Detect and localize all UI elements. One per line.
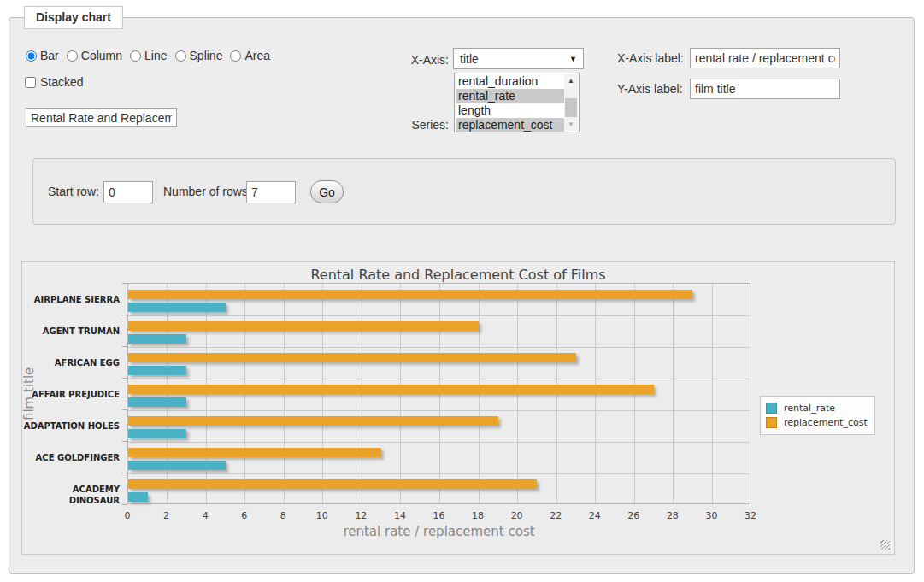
chart-type-label: Spline — [190, 49, 223, 62]
x-tick-label: 20 — [504, 510, 530, 521]
scrollbar-up-arrow-icon[interactable]: ▲ — [564, 74, 578, 87]
x-tick-label: 6 — [232, 510, 257, 521]
bar-replacement_cost — [128, 479, 537, 489]
chart-type-option-spline[interactable]: Spline — [175, 49, 223, 62]
x-tick-label: 16 — [427, 510, 452, 521]
x-axis-select-label: X-Axis: — [380, 53, 449, 67]
category-label: AGENT TRUMAN — [22, 326, 120, 337]
y-axis-label-label: Y-Axis label: — [617, 82, 683, 96]
chart-type-radio-spline[interactable] — [175, 50, 186, 62]
chart-type-option-column[interactable]: Column — [67, 49, 122, 62]
chart-type-label: Area — [244, 49, 270, 62]
chart-type-radio-column[interactable] — [67, 50, 78, 62]
chart-title-input[interactable] — [26, 108, 177, 127]
chart-type-radio-group: BarColumnLineSplineArea — [26, 49, 278, 62]
scrollbar-thumb[interactable] — [565, 98, 577, 117]
chart-type-label: Column — [81, 49, 122, 62]
scrollbar-down-arrow-icon[interactable]: ▼ — [564, 118, 578, 131]
series-options: rental_durationrental_ratelengthreplacem… — [456, 74, 564, 132]
bar-rental_rate — [128, 461, 226, 470]
x-axis-select-value: title — [460, 52, 479, 66]
x-tick-label: 24 — [582, 510, 608, 521]
legend-item-rental_rate: rental_rate — [766, 401, 868, 415]
y-axis-label-input[interactable] — [690, 79, 840, 99]
series-option-rental_rate[interactable]: rental_rate — [456, 89, 564, 103]
y-axis-tick — [122, 473, 127, 473]
x-tick-label: 30 — [698, 510, 724, 521]
series-option-rental_duration[interactable]: rental_duration — [456, 74, 564, 89]
category-label: ACE GOLDFINGER — [22, 452, 120, 463]
chart-type-radio-area[interactable] — [230, 50, 241, 62]
bar-replacement_cost — [128, 448, 381, 457]
fieldset-legend: Display chart — [24, 6, 123, 29]
x-tick-label: 14 — [387, 510, 413, 521]
chart-resize-handle-icon[interactable] — [880, 540, 890, 550]
legend-swatch — [766, 403, 777, 414]
bar-rental_rate — [128, 366, 186, 375]
series-option-replacement_cost[interactable]: replacement_cost — [456, 118, 564, 132]
x-tick-label: 2 — [154, 510, 180, 521]
category-label: AIRPLANE SIERRA — [22, 294, 120, 305]
gridline — [128, 410, 750, 411]
page: Display chart BarColumnLineSplineArea St… — [0, 0, 924, 582]
bar-replacement_cost — [128, 416, 498, 426]
chart-type-radio-line[interactable] — [130, 50, 141, 62]
x-axis-select[interactable]: title ▼ — [453, 48, 584, 69]
chart-type-radio-bar[interactable] — [26, 50, 37, 62]
series-listbox[interactable]: rental_durationrental_ratelengthreplacem… — [454, 73, 580, 132]
bar-rental_rate — [128, 303, 226, 312]
x-tick-label: 12 — [348, 510, 374, 521]
x-axis-label-label: X-Axis label: — [617, 51, 684, 65]
number-of-rows-input[interactable] — [246, 181, 296, 203]
y-axis-tick — [122, 378, 127, 379]
y-axis-tick — [122, 346, 127, 347]
category-label: ACADEMY DINOSAUR — [22, 484, 120, 506]
y-axis-tick — [122, 409, 127, 410]
chart: Rental Rate and Replacement Cost of Film… — [21, 261, 895, 555]
gridline — [128, 379, 750, 379]
select-dropdown-arrow-icon: ▼ — [569, 55, 577, 63]
y-axis-tick — [122, 504, 127, 505]
stacked-checkbox[interactable] — [25, 77, 36, 88]
gridline — [128, 347, 750, 348]
bar-rental_rate — [128, 429, 186, 438]
chart-type-label: Bar — [40, 49, 59, 62]
chart-legend: rental_ratereplacement_cost — [760, 396, 875, 435]
x-tick-label: 26 — [621, 510, 646, 521]
category-label: AFRICAN EGG — [22, 357, 120, 368]
stacked-label: Stacked — [40, 75, 84, 89]
category-label: AFFAIR PREJUDICE — [22, 389, 120, 400]
chart-type-option-area[interactable]: Area — [230, 49, 270, 62]
bar-replacement_cost — [128, 385, 654, 394]
x-tick-label: 18 — [465, 510, 491, 521]
chart-type-option-line[interactable]: Line — [130, 49, 167, 62]
gridline — [673, 284, 674, 503]
x-tick-label: 28 — [660, 510, 686, 521]
x-tick-label: 0 — [115, 510, 140, 521]
gridline — [128, 473, 750, 474]
start-row-input[interactable] — [103, 181, 153, 203]
bar-replacement_cost — [128, 353, 576, 362]
x-tick-label: 22 — [543, 510, 568, 521]
chart-type-option-bar[interactable]: Bar — [26, 49, 59, 62]
legend-label: rental_rate — [784, 403, 835, 414]
rows-panel: Start row: Number of rows: Go — [32, 158, 896, 225]
chart-title: Rental Rate and Replacement Cost of Film… — [22, 267, 894, 283]
chart-x-axis-label: rental rate / replacement cost — [127, 524, 750, 539]
y-axis-tick — [122, 283, 127, 284]
gridline — [128, 315, 750, 316]
stacked-checkbox-row[interactable]: Stacked — [25, 75, 84, 89]
legend-label: replacement_cost — [784, 417, 868, 428]
x-tick-label: 8 — [270, 510, 296, 521]
bar-rental_rate — [128, 492, 148, 502]
series-select-label: Series: — [380, 118, 449, 132]
x-axis-label-input[interactable] — [690, 48, 840, 68]
bar-replacement_cost — [128, 290, 692, 299]
series-listbox-scrollbar[interactable]: ▲ ▼ — [564, 74, 578, 131]
legend-item-replacement_cost: replacement_cost — [766, 415, 868, 430]
go-button[interactable]: Go — [310, 180, 344, 203]
y-axis-tick — [122, 315, 127, 315]
category-label: ADAPTATION HOLES — [22, 420, 120, 432]
series-option-length[interactable]: length — [456, 103, 564, 118]
gridline — [712, 284, 713, 503]
